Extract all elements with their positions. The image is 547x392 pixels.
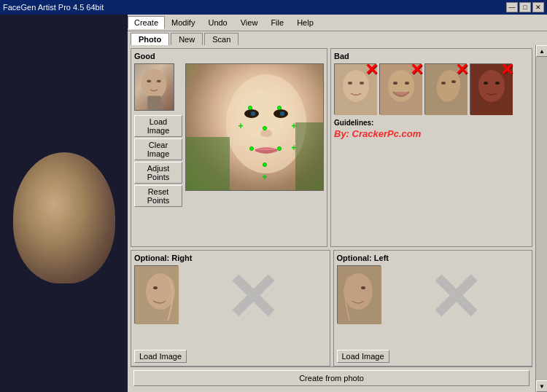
window-body: Create Modify Undo View File Help Photo …: [0, 15, 547, 392]
bad-x-1: ✕: [365, 62, 378, 78]
load-image-left-button[interactable]: Load Image: [337, 350, 389, 363]
svg-point-15: [360, 82, 364, 85]
content-area: Good: [128, 45, 535, 392]
landmark-right-eye: [277, 106, 282, 110]
landmark-cross-3: +: [291, 143, 296, 153]
guidelines-text: Guidelines:: [334, 119, 529, 127]
tab-bar: Photo New Scan: [128, 31, 547, 45]
menu-file[interactable]: File: [264, 16, 290, 29]
menu-view[interactable]: View: [234, 16, 265, 29]
svg-point-19: [405, 82, 409, 85]
optional-right-panel: Optional: Right: [131, 250, 330, 366]
maximize-button[interactable]: □: [519, 2, 531, 12]
adjust-points-button[interactable]: Adjust Points: [134, 162, 182, 184]
landmark-cross-2: +: [291, 121, 296, 131]
tab-scan[interactable]: Scan: [204, 33, 238, 45]
good-label: Good: [134, 52, 324, 60]
right-side-face-image: [134, 265, 178, 324]
landmark-cross-1: +: [238, 121, 243, 131]
bad-x-3: ✕: [455, 62, 468, 78]
big-x-icon-left: ✕: [427, 265, 482, 331]
bad-face-1: ✕: [334, 63, 376, 114]
clear-image-button[interactable]: Clear Image: [134, 138, 182, 160]
svg-point-33: [361, 286, 365, 289]
tab-photo[interactable]: Photo: [131, 33, 169, 45]
optional-left-content: ✕: [337, 265, 529, 347]
svg-point-9: [260, 130, 272, 137]
landmark-chin: [263, 162, 267, 167]
svg-rect-11: [295, 122, 324, 191]
window-controls: — □ ✕: [506, 2, 544, 12]
landmark-mouth-left: [249, 146, 254, 151]
svg-point-18: [393, 82, 397, 85]
create-btn-bar: Create from photo: [131, 366, 532, 389]
optional-right-content: ✕: [134, 265, 327, 347]
menu-modify[interactable]: Modify: [165, 16, 201, 29]
bad-label: Bad: [334, 52, 529, 60]
menu-undo[interactable]: Undo: [201, 16, 233, 29]
large-face-container: + + + +: [185, 63, 324, 191]
landmark-mouth-right: [277, 146, 282, 151]
svg-point-2: [157, 79, 161, 82]
svg-point-7: [251, 111, 255, 116]
close-button[interactable]: ✕: [532, 2, 544, 12]
main-content: Create Modify Undo View File Help Photo …: [128, 15, 547, 392]
face-3d-render: [13, 152, 115, 283]
minimize-button[interactable]: —: [506, 2, 518, 12]
left-side-face-image: [337, 265, 381, 324]
optional-left-x: ✕: [381, 265, 529, 331]
landmark-cross-4: +: [262, 172, 267, 182]
create-from-photo-button[interactable]: Create from photo: [133, 370, 529, 386]
bad-x-4: ✕: [500, 62, 513, 78]
svg-rect-3: [147, 96, 160, 110]
scroll-track[interactable]: [536, 57, 547, 380]
landmark-left-eye: [248, 106, 252, 110]
sidebar-3d-preview: [0, 15, 128, 392]
app-title: FaceGen Artist Pro 4.5 64bit: [3, 3, 104, 12]
svg-point-8: [280, 111, 284, 116]
landmark-nose: [263, 126, 267, 130]
bad-face-4: ✕: [470, 63, 512, 114]
top-row: Good: [131, 48, 532, 247]
tab-new[interactable]: New: [171, 33, 203, 45]
svg-rect-10: [186, 137, 230, 191]
optional-left-panel: Optional: Left: [333, 250, 533, 366]
title-bar: FaceGen Artist Pro 4.5 64bit — □ ✕: [0, 0, 547, 15]
big-x-icon-right: ✕: [225, 265, 279, 331]
bad-images: ✕: [334, 63, 529, 114]
menu-create[interactable]: Create: [128, 16, 165, 29]
scroll-down-button[interactable]: ▼: [536, 380, 547, 392]
action-buttons: Load Image Clear Image Adjust Points Res…: [134, 115, 182, 207]
svg-point-29: [146, 273, 175, 310]
load-image-right-button[interactable]: Load Image: [134, 350, 187, 363]
svg-point-23: [451, 80, 456, 83]
svg-point-0: [141, 68, 167, 99]
large-face-image: + + + +: [185, 63, 324, 191]
scroll-up-button[interactable]: ▲: [536, 45, 547, 57]
load-image-button[interactable]: Load Image: [134, 115, 182, 137]
bottom-row: Optional: Right: [131, 250, 532, 366]
scrollbar: ▲ ▼: [535, 45, 547, 392]
menu-help[interactable]: Help: [290, 16, 320, 29]
svg-point-27: [495, 82, 500, 85]
reset-points-button[interactable]: Reset Points: [134, 185, 182, 207]
bad-panel: Bad: [330, 48, 532, 247]
svg-point-22: [441, 82, 446, 85]
optional-right-x: ✕: [178, 265, 327, 331]
bad-x-2: ✕: [410, 62, 423, 78]
small-face-image: [134, 63, 174, 111]
svg-point-26: [484, 82, 488, 85]
menu-bar: Create Modify Undo View File Help: [128, 15, 547, 31]
svg-point-1: [147, 79, 151, 82]
svg-point-14: [348, 82, 352, 85]
bad-face-3: ✕: [424, 63, 467, 114]
good-panel: Good: [131, 48, 327, 247]
bad-face-2: ✕: [379, 63, 422, 114]
svg-point-30: [153, 286, 158, 289]
watermark-text: By: CrackerPc.com: [334, 128, 529, 139]
good-images: Load Image Clear Image Adjust Points Res…: [134, 63, 324, 207]
